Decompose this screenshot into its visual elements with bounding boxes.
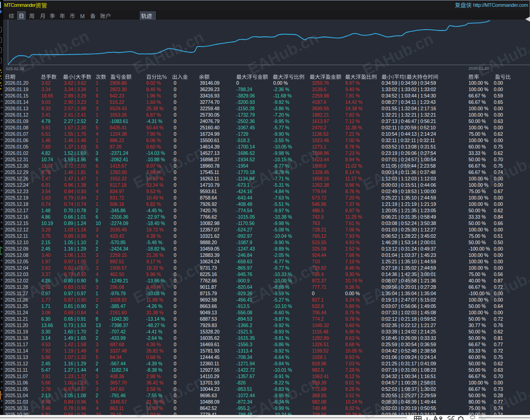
svg-text:M: M [80, 13, 85, 20]
